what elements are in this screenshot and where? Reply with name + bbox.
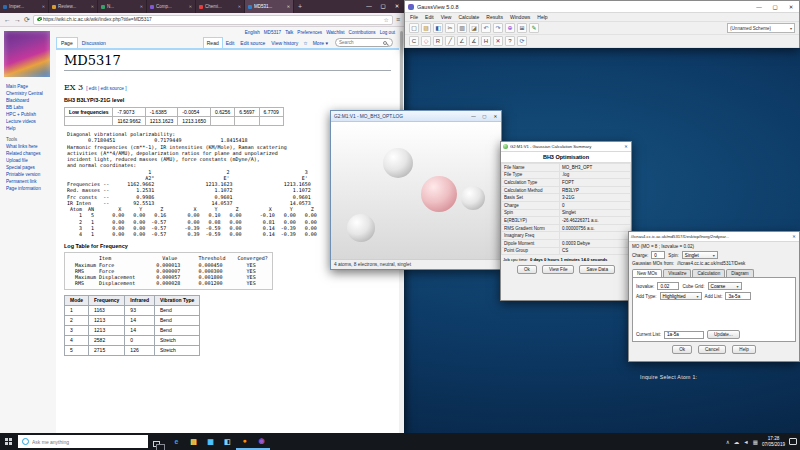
- personal-link[interactable]: Preferences: [297, 30, 322, 35]
- taskbar-app-icon[interactable]: ◉: [253, 433, 270, 450]
- personal-link[interactable]: Contributions: [349, 30, 376, 35]
- hydrogen-atom[interactable]: [383, 148, 413, 178]
- toolbar-icon[interactable]: ✂: [445, 23, 455, 33]
- tab-close-icon[interactable]: ✕: [140, 4, 143, 9]
- toolbar-icon[interactable]: ╱: [445, 36, 455, 46]
- wiki-search-input[interactable]: [339, 40, 381, 45]
- toolbar-icon[interactable]: ✕: [493, 36, 503, 46]
- toolbar-icon[interactable]: ◪: [469, 23, 479, 33]
- browser-tab[interactable]: Imper... ✕: [0, 0, 49, 13]
- taskbar-app-icon[interactable]: ◧: [219, 433, 236, 450]
- address-bar[interactable]: ☆: [33, 15, 393, 25]
- update-button[interactable]: Update...: [707, 330, 740, 339]
- onedrive-icon[interactable]: ☁: [734, 439, 740, 445]
- molecule-window-titlebar[interactable]: G2:M1:V1 - MO_BH3_OPT.LOG — ▢ ✕: [331, 111, 501, 122]
- toolbar-icon[interactable]: ⊕: [505, 23, 515, 33]
- personal-link[interactable]: Log out: [380, 30, 395, 35]
- browser-menu-icon[interactable]: ≡: [396, 13, 400, 27]
- scheme-combo[interactable]: (Unnamed Scheme) ▾: [727, 23, 795, 33]
- browser-tab[interactable]: Comp... ✕: [147, 0, 196, 13]
- sidebar-nav-link[interactable]: Blackboard: [0, 97, 56, 104]
- view-file-button[interactable]: View File: [542, 265, 575, 274]
- taskbar-app-icon[interactable]: ▤: [185, 433, 202, 450]
- toolbar-icon[interactable]: ?: [505, 36, 515, 46]
- view-tab[interactable]: Read: [203, 37, 223, 48]
- view-tab[interactable]: Edit source: [237, 38, 268, 48]
- close-button[interactable]: ✕: [390, 0, 404, 13]
- namespace-tab[interactable]: Discussion: [78, 38, 110, 48]
- gaussview-titlebar[interactable]: GaussView 5.0.8 — ▢ ✕: [405, 1, 799, 13]
- forward-icon[interactable]: →: [14, 13, 21, 27]
- close-button[interactable]: ✕: [490, 111, 501, 122]
- new-tab-button[interactable]: +: [294, 0, 306, 13]
- sidebar-tool-link[interactable]: Related changes: [0, 150, 56, 157]
- toolbar-icon[interactable]: ⊞: [517, 23, 527, 33]
- tab-close-icon[interactable]: ✕: [238, 4, 241, 9]
- close-button[interactable]: ✕: [783, 1, 799, 13]
- mo-dialog-tab[interactable]: Calculation: [692, 269, 725, 277]
- ok-button[interactable]: Ok: [517, 265, 537, 274]
- menu-item[interactable]: View: [441, 14, 452, 20]
- task-view-button[interactable]: [148, 433, 164, 450]
- toolbar-icon[interactable]: ∡: [469, 36, 479, 46]
- sidebar-nav-link[interactable]: Main Page: [0, 83, 56, 90]
- mo-dialog-tab[interactable]: Visualize: [663, 269, 691, 277]
- toolbar-icon[interactable]: ∠: [457, 36, 467, 46]
- maximize-button[interactable]: ▢: [479, 111, 490, 122]
- toolbar-icon[interactable]: ▢: [409, 23, 419, 33]
- menu-item[interactable]: Help: [537, 14, 547, 20]
- toolbar-icon[interactable]: ◧: [433, 23, 443, 33]
- sidebar-nav-link[interactable]: Help: [0, 125, 56, 132]
- wiki-search-box[interactable]: [335, 38, 393, 47]
- cube-grid-select[interactable]: Coarse ▾: [708, 282, 742, 290]
- tab-close-icon[interactable]: ✕: [189, 4, 192, 9]
- add-type-select[interactable]: Highlighted ▾: [660, 292, 702, 300]
- namespace-tab[interactable]: Page: [56, 37, 78, 48]
- molecule-canvas[interactable]: [331, 122, 501, 259]
- sidebar-tool-link[interactable]: What links here: [0, 143, 56, 150]
- sidebar-tool-link[interactable]: Permanent link: [0, 178, 56, 185]
- save-data-button[interactable]: Save Data: [579, 265, 614, 274]
- close-button[interactable]: ✕: [621, 142, 631, 152]
- taskbar-search-input[interactable]: [32, 439, 144, 445]
- start-button[interactable]: [0, 433, 17, 450]
- sidebar-tool-link[interactable]: Printable version: [0, 171, 56, 178]
- toolbar-icon[interactable]: ◇: [421, 36, 431, 46]
- close-button[interactable]: ✕: [789, 232, 799, 242]
- maximize-button[interactable]: ▢: [376, 0, 390, 13]
- toolbar-icon[interactable]: R: [433, 36, 443, 46]
- reload-icon[interactable]: ⟳: [24, 13, 30, 27]
- toolbar-icon[interactable]: ⟳: [517, 36, 527, 46]
- url-input[interactable]: [43, 17, 382, 22]
- menu-item[interactable]: File: [410, 14, 418, 20]
- toolbar-icon[interactable]: ✎: [529, 23, 539, 33]
- sidebar-tool-link[interactable]: Special pages: [0, 164, 56, 171]
- toolbar-icon[interactable]: H: [481, 36, 491, 46]
- browser-tab[interactable]: MD531... ✕: [245, 0, 294, 13]
- taskbar-app-icon[interactable]: e: [168, 433, 185, 450]
- minimize-button[interactable]: —: [362, 0, 376, 13]
- sidebar-nav-link[interactable]: Lecture videos: [0, 118, 56, 125]
- taskbar-search-box[interactable]: [18, 435, 148, 448]
- cancel-button[interactable]: Cancel: [698, 345, 726, 354]
- charge-field[interactable]: [651, 251, 665, 259]
- mo-dialog-tab[interactable]: Diagram: [726, 269, 753, 277]
- personal-link[interactable]: MD5317: [264, 30, 281, 35]
- toolbar-icon[interactable]: ↷: [493, 23, 503, 33]
- browser-tab[interactable]: Chemi... ✕: [196, 0, 245, 13]
- toolbar-icon[interactable]: ▥: [457, 23, 467, 33]
- sidebar-nav-link[interactable]: HPC + Publish: [0, 111, 56, 118]
- taskbar-app-icon[interactable]: ▦: [202, 433, 219, 450]
- spin-select[interactable]: Singlet ▾: [682, 251, 718, 259]
- toolbar-icon[interactable]: ▨: [421, 23, 431, 33]
- personal-link[interactable]: English: [245, 30, 260, 35]
- summary-titlebar[interactable]: G2:M1:V1 - Gaussian Calculation Summary …: [501, 142, 631, 152]
- browser-tab[interactable]: N... ✕: [98, 0, 147, 13]
- toolbar-icon[interactable]: C: [409, 36, 419, 46]
- watch-star-icon[interactable]: ☆: [301, 38, 309, 48]
- action-center-icon[interactable]: [789, 438, 797, 445]
- add-list-field[interactable]: [725, 292, 751, 300]
- boron-atom[interactable]: [421, 176, 457, 212]
- toolbar-icon[interactable]: ↶: [481, 23, 491, 33]
- personal-link[interactable]: Watchlist: [326, 30, 344, 35]
